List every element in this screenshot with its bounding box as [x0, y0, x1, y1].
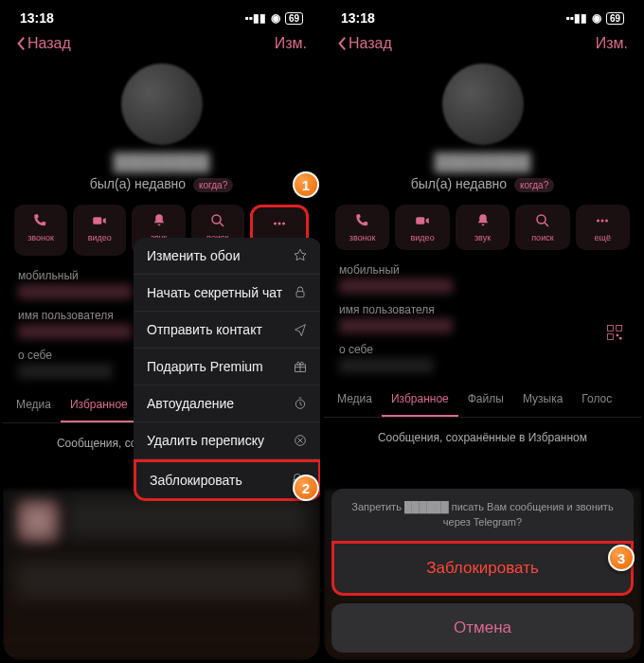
search-button[interactable]: поиск	[515, 205, 569, 250]
phone-icon	[354, 212, 371, 229]
tab-favorites[interactable]: Избранное	[382, 383, 458, 417]
mute-button[interactable]: звук	[456, 205, 510, 250]
action-sheet: Запретить ██████ писать Вам сообщения и …	[331, 489, 634, 653]
svg-point-12	[601, 220, 604, 223]
menu-block[interactable]: Заблокировать	[134, 459, 320, 501]
status-bar: 13:18 ▪▪▮▮ ◉ 69	[3, 3, 320, 29]
tabs: Медиа Избранное Файлы Музыка Голос	[324, 383, 641, 418]
info-about[interactable]: о себе	[324, 343, 641, 373]
menu-gift-premium[interactable]: Подарить Premium	[134, 349, 320, 385]
status-icons: ▪▪▮▮ ◉ 69	[244, 11, 303, 25]
context-menu: Изменить обои Начать секретный чат Отпра…	[134, 238, 320, 501]
nav-bar: Назад Изм.	[3, 29, 320, 58]
tab-favorites[interactable]: Избранное	[61, 388, 137, 422]
clock: 13:18	[20, 10, 54, 26]
profile-name: ████████	[3, 152, 320, 172]
info-username[interactable]: имя пользователя	[324, 303, 641, 333]
sheet-question: Запретить ██████ писать Вам сообщения и …	[331, 489, 634, 541]
pin-icon	[293, 248, 308, 263]
more-icon	[271, 215, 288, 232]
menu-wallpaper[interactable]: Изменить обои	[134, 238, 320, 275]
svg-point-13	[605, 220, 608, 223]
phone-icon	[32, 212, 49, 229]
chevron-left-icon	[16, 36, 26, 51]
avatar[interactable]	[121, 63, 203, 145]
signal-icon: ▪▪▮▮	[565, 11, 587, 25]
tab-media[interactable]: Медиа	[328, 383, 382, 417]
status-icons: ▪▪▮▮ ◉ 69	[565, 11, 624, 25]
phone-right: 13:18 ▪▪▮▮ ◉ 69 Назад Изм. ████████ был(…	[324, 3, 641, 660]
tab-voice[interactable]: Голос	[572, 383, 621, 417]
battery-icon: 69	[285, 12, 303, 25]
about-value	[339, 358, 434, 373]
profile-status: был(а) недавно когда?	[324, 176, 641, 191]
username-value	[339, 318, 453, 333]
favorites-hint: Сообщения, сохранённые в Избранном	[324, 418, 641, 457]
avatar[interactable]	[442, 63, 524, 145]
chevron-left-icon	[337, 36, 347, 51]
marker-3: 3	[608, 545, 635, 571]
phone-left: 13:18 ▪▪▮▮ ◉ 69 Назад Изм. ████████ был(…	[3, 3, 320, 660]
clock: 13:18	[341, 10, 375, 26]
sheet-cancel-button[interactable]: Отмена	[331, 603, 634, 653]
status-bar: 13:18 ▪▪▮▮ ◉ 69	[324, 3, 641, 29]
svg-rect-16	[608, 334, 614, 340]
svg-rect-9	[416, 217, 424, 224]
edit-button[interactable]: Изм.	[596, 35, 628, 52]
info-mobile[interactable]: мобильный	[324, 263, 641, 294]
tab-music[interactable]: Музыка	[513, 383, 572, 417]
menu-secret-chat[interactable]: Начать секретный чат	[134, 275, 320, 312]
sheet-group: Запретить ██████ писать Вам сообщения и …	[331, 489, 634, 596]
menu-send-contact[interactable]: Отправить контакт	[134, 312, 320, 349]
menu-delete-chat[interactable]: Удалить переписку	[134, 422, 320, 459]
wifi-icon: ◉	[271, 11, 280, 25]
gift-icon	[293, 359, 308, 374]
mobile-value	[339, 278, 453, 294]
video-icon	[414, 212, 431, 229]
action-row: звонок видео звук поиск ещё	[324, 205, 641, 250]
content-blur	[3, 490, 320, 660]
bell-icon	[151, 212, 168, 229]
back-button[interactable]: Назад	[16, 35, 71, 52]
marker-2: 2	[293, 475, 319, 501]
svg-point-3	[277, 223, 280, 225]
menu-autodelete[interactable]: Автоудаление	[134, 385, 320, 422]
battery-icon: 69	[606, 12, 624, 25]
edit-button[interactable]: Изм.	[275, 35, 307, 52]
svg-rect-15	[617, 326, 622, 332]
marker-1: 1	[293, 171, 319, 198]
profile-name: ████████	[324, 152, 641, 172]
svg-point-2	[274, 223, 277, 225]
share-icon	[293, 322, 308, 337]
bell-icon	[474, 212, 492, 229]
profile-status: был(а) недавно когда?	[3, 176, 320, 191]
search-icon	[534, 212, 551, 229]
lock-icon	[293, 285, 308, 300]
back-button[interactable]: Назад	[337, 35, 392, 52]
qr-icon[interactable]	[605, 323, 624, 346]
username-value	[18, 324, 132, 339]
sheet-block-button[interactable]: Заблокировать	[331, 541, 634, 596]
about-value	[18, 364, 113, 379]
signal-icon: ▪▪▮▮	[244, 11, 266, 25]
svg-rect-18	[619, 337, 622, 340]
call-button[interactable]: звонок	[335, 205, 389, 250]
svg-rect-0	[94, 217, 102, 224]
tab-media[interactable]: Медиа	[7, 388, 61, 422]
svg-point-10	[537, 215, 546, 224]
video-button[interactable]: видео	[395, 205, 449, 250]
video-button[interactable]: видео	[73, 205, 126, 256]
wifi-icon: ◉	[592, 11, 601, 25]
tab-files[interactable]: Файлы	[458, 383, 513, 417]
timer-icon	[293, 396, 308, 411]
svg-rect-17	[617, 334, 619, 337]
when-badge[interactable]: когда?	[514, 178, 554, 192]
svg-point-4	[282, 223, 285, 225]
svg-rect-5	[296, 292, 304, 297]
more-button[interactable]: ещё	[576, 205, 630, 250]
svg-point-1	[212, 215, 221, 224]
svg-point-11	[597, 220, 599, 223]
when-badge[interactable]: когда?	[193, 178, 233, 192]
call-button[interactable]: звонок	[14, 205, 67, 256]
delete-chat-icon	[293, 433, 308, 448]
